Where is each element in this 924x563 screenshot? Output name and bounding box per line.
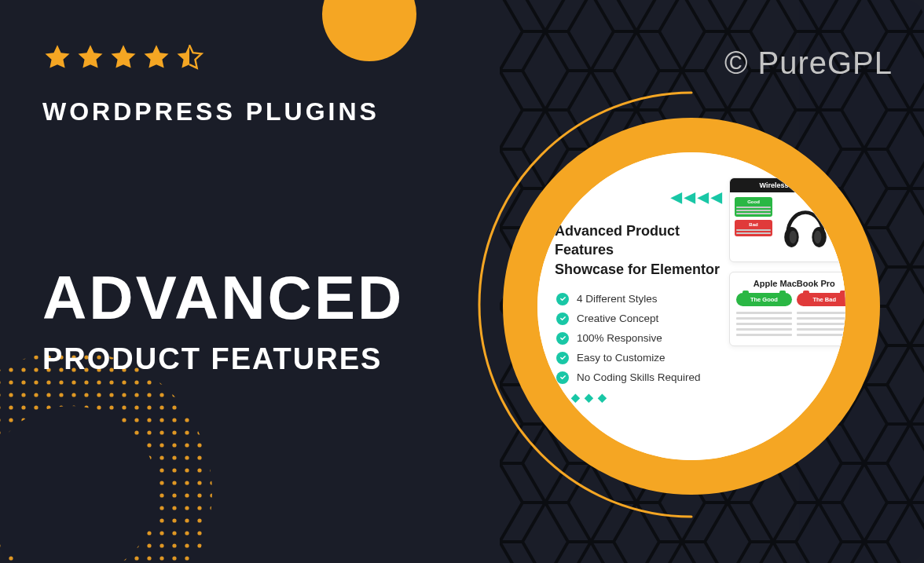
macbook-card: Apple MacBook Pro The Good The Bad bbox=[729, 272, 860, 346]
feature-bullet-list: 4 Different Styles Creative Concept 100%… bbox=[556, 293, 724, 384]
svg-point-7 bbox=[814, 231, 821, 244]
star-icon bbox=[42, 42, 72, 72]
card-title: Apple MacBook Pro bbox=[730, 272, 859, 293]
star-icon bbox=[141, 42, 171, 72]
decorative-top-circle bbox=[322, 0, 416, 61]
decorative-arrows-icon: ◀◀◀◀ bbox=[671, 188, 724, 206]
headphones-icon bbox=[776, 197, 835, 257]
check-icon bbox=[556, 293, 569, 305]
showcase-heading: Advanced Product Features Showcase for E… bbox=[555, 221, 724, 279]
list-item: 100% Responsive bbox=[556, 332, 724, 345]
showcase-circle: ◀◀◀◀ Advanced Product Features Showcase … bbox=[503, 118, 880, 495]
title-main: ADVANCED bbox=[42, 267, 404, 328]
headphones-card: Wireless Headphone Good Bad bbox=[729, 177, 860, 262]
bad-column-header: The Bad bbox=[797, 293, 852, 306]
svg-point-6 bbox=[790, 231, 797, 244]
rating-stars bbox=[42, 42, 204, 72]
check-icon bbox=[556, 313, 569, 325]
check-icon bbox=[556, 352, 569, 364]
showcase-content: ◀◀◀◀ Advanced Product Features Showcase … bbox=[537, 152, 845, 460]
list-item: 4 Different Styles bbox=[556, 293, 724, 305]
check-icon bbox=[556, 371, 569, 384]
check-icon bbox=[556, 332, 569, 345]
good-column-header: The Good bbox=[736, 293, 792, 306]
title-sub: PRODUCT FEATURES bbox=[42, 342, 382, 376]
list-item: Creative Concept bbox=[556, 313, 724, 325]
svg-rect-3 bbox=[0, 351, 212, 563]
placeholder-lines bbox=[797, 312, 852, 336]
star-icon bbox=[75, 42, 105, 72]
watermark: © PureGPL bbox=[724, 46, 893, 81]
list-item: Easy to Customize bbox=[556, 352, 724, 364]
star-icon bbox=[108, 42, 138, 72]
list-item: No Coding Skills Required bbox=[556, 371, 724, 384]
good-tag: Good bbox=[735, 197, 772, 217]
category-label: WORDPRESS PLUGINS bbox=[42, 97, 380, 126]
decorative-teal-dots-icon: ◆◆◆◆ bbox=[558, 391, 724, 404]
placeholder-lines bbox=[736, 312, 792, 336]
bad-tag: Bad bbox=[735, 220, 772, 236]
decorative-dots-pattern bbox=[0, 351, 212, 563]
star-half-icon bbox=[174, 42, 204, 72]
